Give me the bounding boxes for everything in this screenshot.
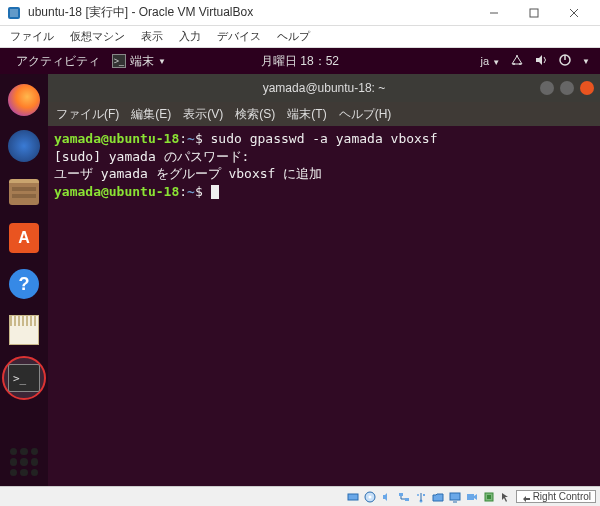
- terminal-menubar: ファイル(F) 編集(E) 表示(V) 検索(S) 端末(T) ヘルプ(H): [48, 102, 600, 126]
- terminal-close-button[interactable]: [580, 81, 594, 95]
- vbox-titlebar: ubuntu-18 [実行中] - Oracle VM VirtualBox: [0, 0, 600, 26]
- terminal-window: yamada@ubuntu-18: ~ ファイル(F) 編集(E) 表示(V) …: [48, 74, 600, 486]
- svg-point-7: [519, 63, 521, 65]
- files-icon: [9, 179, 39, 205]
- status-usb-icon[interactable]: [414, 490, 428, 504]
- svg-rect-3: [530, 9, 538, 17]
- dock-terminal[interactable]: >_: [2, 356, 46, 400]
- terminal-menu-search[interactable]: 検索(S): [235, 106, 275, 123]
- status-display-icon[interactable]: [448, 490, 462, 504]
- status-cpu-icon[interactable]: [482, 490, 496, 504]
- vbox-menu-devices[interactable]: デバイス: [211, 27, 267, 46]
- terminal-menu-terminal[interactable]: 端末(T): [287, 106, 326, 123]
- topbar-app-menu[interactable]: >_ 端末 ▼: [106, 53, 172, 70]
- gnome-topbar: アクティビティ >_ 端末 ▼ 月曜日 18：52 ja ▼ ▼: [0, 48, 600, 74]
- dock-software[interactable]: A: [4, 218, 44, 258]
- chevron-down-icon: ▼: [582, 57, 590, 66]
- svg-point-6: [513, 63, 515, 65]
- terminal-menu-help[interactable]: ヘルプ(H): [339, 106, 392, 123]
- activities-button[interactable]: アクティビティ: [10, 53, 106, 70]
- status-recording-icon[interactable]: [465, 490, 479, 504]
- dock-thunderbird[interactable]: [4, 126, 44, 166]
- terminal-menu-view[interactable]: 表示(V): [183, 106, 223, 123]
- topbar-clock[interactable]: 月曜日 18：52: [261, 53, 339, 70]
- topbar-app-name: 端末: [130, 53, 154, 70]
- status-shared-folder-icon[interactable]: [431, 490, 445, 504]
- terminal-maximize-button[interactable]: [560, 81, 574, 95]
- svg-rect-24: [487, 495, 491, 499]
- terminal-menu-file[interactable]: ファイル(F): [56, 106, 119, 123]
- host-key-indicator[interactable]: Right Control: [516, 490, 596, 503]
- thunderbird-icon: [8, 130, 40, 162]
- status-optical-icon[interactable]: [363, 490, 377, 504]
- dock-files[interactable]: [4, 172, 44, 212]
- svg-rect-15: [405, 498, 409, 501]
- status-network-icon[interactable]: [397, 490, 411, 504]
- vbox-menu-file[interactable]: ファイル: [4, 27, 60, 46]
- svg-rect-19: [423, 494, 425, 496]
- vbox-menu-view[interactable]: 表示: [135, 27, 169, 46]
- guest-screen: アクティビティ >_ 端末 ▼ 月曜日 18：52 ja ▼ ▼ A ? >_ …: [0, 48, 600, 486]
- input-source-indicator[interactable]: ja ▼: [481, 55, 501, 67]
- text-editor-icon: [9, 315, 39, 345]
- svg-rect-1: [10, 9, 18, 17]
- vbox-icon: [6, 5, 22, 21]
- vbox-menu-input[interactable]: 入力: [173, 27, 207, 46]
- terminal-minimize-button[interactable]: [540, 81, 554, 95]
- terminal-title-text: yamada@ubuntu-18: ~: [263, 81, 386, 95]
- vbox-menu-machine[interactable]: 仮想マシン: [64, 27, 131, 46]
- close-button[interactable]: [554, 1, 594, 25]
- firefox-icon: [8, 84, 40, 116]
- svg-rect-11: [348, 494, 358, 500]
- vbox-window-title: ubuntu-18 [実行中] - Oracle VM VirtualBox: [28, 4, 474, 21]
- vbox-menu-help[interactable]: ヘルプ: [271, 27, 316, 46]
- terminal-menu-edit[interactable]: 編集(E): [131, 106, 171, 123]
- vbox-menubar: ファイル 仮想マシン 表示 入力 デバイス ヘルプ: [0, 26, 600, 48]
- help-icon: ?: [9, 269, 39, 299]
- dock: A ? >_: [0, 74, 48, 486]
- vbox-statusbar: Right Control: [0, 486, 600, 506]
- terminal-icon: >_: [8, 364, 40, 392]
- svg-rect-22: [467, 494, 474, 500]
- dock-text-editor[interactable]: [4, 310, 44, 350]
- svg-point-8: [516, 55, 518, 57]
- svg-point-13: [368, 495, 371, 498]
- maximize-button[interactable]: [514, 1, 554, 25]
- network-icon[interactable]: [510, 53, 524, 70]
- chevron-down-icon: ▼: [158, 57, 166, 66]
- status-mouse-icon[interactable]: [499, 490, 513, 504]
- terminal-body[interactable]: yamada@ubuntu-18:~$ sudo gpasswd -a yama…: [48, 126, 600, 486]
- show-applications-button[interactable]: [0, 448, 48, 476]
- minimize-button[interactable]: [474, 1, 514, 25]
- svg-point-18: [417, 494, 419, 496]
- terminal-titlebar[interactable]: yamada@ubuntu-18: ~: [48, 74, 600, 102]
- dock-help[interactable]: ?: [4, 264, 44, 304]
- software-icon: A: [9, 223, 39, 253]
- power-icon[interactable]: [558, 53, 572, 70]
- svg-rect-14: [399, 493, 403, 496]
- svg-rect-20: [450, 493, 460, 500]
- terminal-icon: >_: [112, 54, 126, 68]
- volume-icon[interactable]: [534, 53, 548, 70]
- status-audio-icon[interactable]: [380, 490, 394, 504]
- dock-firefox[interactable]: [4, 80, 44, 120]
- status-hdd-icon[interactable]: [346, 490, 360, 504]
- apps-grid-icon: [10, 448, 38, 476]
